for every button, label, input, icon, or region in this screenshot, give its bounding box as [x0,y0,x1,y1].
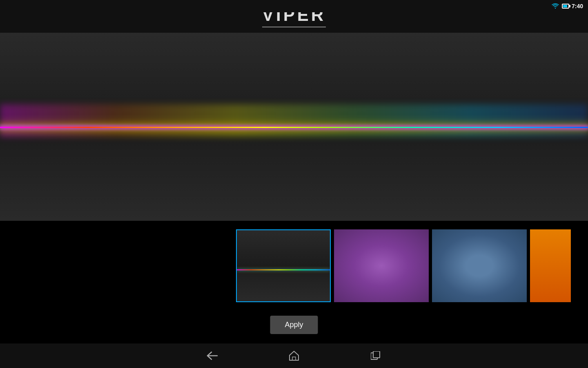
spectrum-line [0,127,588,128]
status-icons: 7:40 [551,3,583,9]
recent-apps-icon [371,351,381,360]
back-icon [207,351,218,360]
wallpaper-preview [0,33,588,221]
battery-icon [562,4,569,9]
status-time: 7:40 [572,3,583,9]
svg-rect-2 [292,357,296,360]
thumbnails-area [0,221,588,311]
svg-rect-4 [373,351,380,358]
spectrum-glow [0,104,588,137]
wifi-icon [551,3,559,9]
home-button[interactable] [286,348,302,364]
back-button[interactable] [204,348,220,364]
thumbnail-4[interactable] [530,229,571,302]
nav-bar [0,343,588,368]
svg-marker-1 [290,351,298,360]
recent-apps-button[interactable] [368,348,384,364]
home-icon [289,350,299,361]
thumbnail-1[interactable] [236,229,331,302]
thumb-1-spectrum-line [237,269,330,270]
spectrum-container [0,114,588,139]
status-bar: 7:40 [0,0,588,12]
thumbnail-3[interactable] [432,229,527,302]
apply-button[interactable]: Apply [270,316,318,334]
thumbnail-2[interactable] [334,229,429,302]
